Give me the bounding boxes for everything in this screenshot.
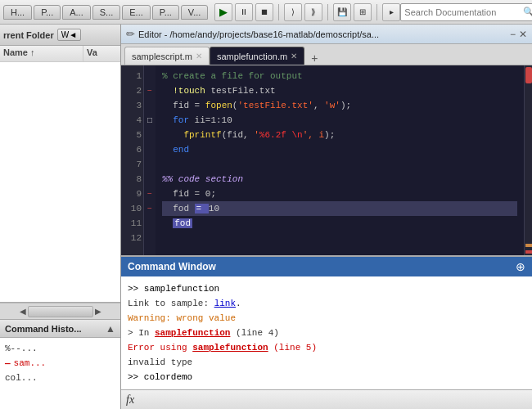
code-line-8: %% code section — [162, 172, 517, 187]
scrollbar-thumb — [525, 67, 532, 83]
editor-section: ✏ Editor - /home/andy/projects/base16-ma… — [121, 25, 532, 257]
folder-title: rrent Folder — [3, 30, 54, 40]
line-num-4: 4 — [123, 113, 142, 128]
top-toolbar: H... P... A... S... E... P... V... ▶ ⏸ ⏹… — [0, 0, 532, 25]
cw-prompt-1: >> samplefunction — [128, 284, 219, 294]
cw-line-1: >> samplefunction — [128, 281, 525, 296]
cmd-history-menu-icon[interactable]: ▲ — [106, 323, 115, 335]
editor-pencil-icon: ✏ — [126, 28, 135, 40]
cmd-window-body[interactable]: >> samplefunction Link to sample: link. … — [121, 276, 532, 389]
toolbar-tab-v[interactable]: V... — [181, 5, 209, 20]
search-box[interactable]: 🔍 — [400, 3, 532, 21]
save-button[interactable]: 💾 — [333, 3, 351, 21]
cw-line-2: Link to sample: link. — [128, 296, 525, 311]
cw-invalid-type-text: invalid type — [128, 357, 192, 367]
toolbar-tab-e[interactable]: E... — [122, 5, 151, 20]
editor-body: 1 2 3 4 5 6 7 8 9 10 11 12 − — [121, 65, 532, 255]
scroll-left-arrow[interactable]: ◀ — [20, 307, 26, 316]
cmd-history-item[interactable]: %--... — [5, 341, 115, 356]
file-col-val-header: Va — [83, 46, 120, 61]
cw-line-7: >> colordemo — [128, 370, 525, 384]
line-num-1: 1 — [123, 69, 142, 83]
cw-error-using-text: Error using — [128, 343, 192, 353]
editor-minimize-icon[interactable]: − — [510, 29, 516, 40]
cw-sample-link[interactable]: link — [214, 299, 236, 308]
cw-line-4: > In samplefunction (line 4) — [128, 326, 525, 340]
code-line-2: !touch testFile.txt — [162, 83, 517, 98]
tab-add-button[interactable]: + — [308, 52, 321, 65]
marker-8 — [144, 172, 156, 187]
stop-button[interactable]: ⏹ — [255, 3, 273, 21]
editor-tab-samplescript-close[interactable]: ✕ — [196, 52, 202, 61]
marker-3 — [144, 98, 156, 113]
cw-line-3: Warning: wrong value — [128, 311, 525, 326]
cmd-history-item-col[interactable]: col... — [5, 371, 115, 385]
left-panel: rrent Folder W◄ Name ↑ Va ◀ ▶ Command Hi… — [0, 25, 121, 409]
line-num-11: 11 — [123, 216, 142, 231]
toolbar-tab-h[interactable]: H... — [3, 5, 32, 20]
play-button[interactable]: ▶ — [214, 3, 232, 21]
cw-line-6: invalid type — [128, 355, 525, 370]
code-line-7 — [162, 157, 517, 172]
folder-toggle-button[interactable]: W◄ — [57, 29, 81, 41]
code-line-1: % create a file for output — [162, 69, 517, 83]
line-num-2: 2 — [123, 83, 142, 98]
cw-samplefunction-link-2[interactable]: samplefunction — [192, 343, 268, 353]
editor-tab-samplefunction-label: samplefunction.m — [217, 52, 287, 61]
grid-button[interactable]: ⊞ — [354, 3, 372, 21]
scroll-thumb[interactable] — [28, 306, 93, 317]
line-num-6: 6 — [123, 142, 142, 157]
editor-tab-samplefunction-close[interactable]: ✕ — [291, 52, 297, 61]
cmd-window-expand-icon[interactable]: ⊕ — [516, 260, 525, 273]
search-icon: 🔍 — [523, 7, 532, 17]
cmd-window-footer: fx — [121, 389, 532, 409]
line-num-3: 3 — [123, 98, 142, 113]
editor-scrollbar[interactable] — [524, 65, 532, 255]
scroll-area: ◀ ▶ — [0, 303, 120, 319]
marker-1 — [144, 69, 156, 83]
editor-tab-samplescript[interactable]: samplescript.m ✕ — [124, 47, 210, 65]
step-button[interactable]: ⟩ — [284, 3, 302, 21]
cw-line4-text: (line 4) — [230, 328, 278, 338]
line-markers: − □ − − — [144, 65, 156, 255]
toolbar-tab-p2[interactable]: P... — [152, 5, 179, 20]
cmd-window-header: Command Window ⊕ — [121, 257, 532, 276]
toolbar-tab-p[interactable]: P... — [34, 5, 61, 20]
folder-header: rrent Folder W◄ — [0, 25, 120, 46]
continue-button[interactable]: ⟫ — [304, 3, 322, 21]
cw-in-text: > In — [128, 328, 155, 338]
editor-tab-samplefunction[interactable]: samplefunction.m ✕ — [210, 47, 304, 65]
cw-samplefunction-link-1[interactable]: samplefunction — [155, 328, 230, 338]
editor-close-icon[interactable]: ✕ — [519, 29, 527, 40]
toolbar-tab-a[interactable]: A... — [62, 5, 91, 20]
code-line-4: for ii=1:10 — [162, 113, 517, 128]
code-line-6: end — [162, 142, 517, 157]
pause-button[interactable]: ⏸ — [235, 3, 253, 21]
file-browser: Name ↑ Va — [0, 46, 120, 303]
marker-9: − — [144, 187, 156, 201]
cmd-history-list: %--... — sam... col... — [0, 338, 120, 389]
more-button[interactable]: ▸ — [382, 3, 400, 21]
code-area[interactable]: % create a file for output !touch testFi… — [156, 65, 524, 255]
line-numbers: 1 2 3 4 5 6 7 8 9 10 11 12 — [121, 65, 144, 255]
red-dash-icon: — — [5, 356, 11, 371]
cmd-window-title: Command Window — [128, 261, 216, 272]
line-num-9: 9 — [123, 187, 142, 201]
fx-symbol: fx — [126, 393, 134, 407]
cw-warning-text: Warning: wrong value — [128, 313, 236, 323]
toolbar-icons: ▶ ⏸ ⏹ ⟩ ⟫ 💾 ⊞ ▸ — [214, 3, 400, 21]
line-num-8: 8 — [123, 172, 142, 187]
line-num-5: 5 — [123, 128, 142, 142]
cmd-history-item-red[interactable]: — sam... — [5, 356, 115, 371]
toolbar-tab-s[interactable]: S... — [92, 5, 121, 20]
main-layout: rrent Folder W◄ Name ↑ Va ◀ ▶ Command Hi… — [0, 25, 532, 409]
file-col-name-header: Name ↑ — [0, 46, 83, 61]
file-browser-header: Name ↑ Va — [0, 46, 120, 62]
scroll-right-arrow[interactable]: ▶ — [95, 307, 101, 316]
search-input[interactable] — [404, 7, 523, 17]
toolbar-tabs: H... P... A... S... E... P... V... — [3, 5, 208, 20]
cmd-history-item-red-text: sam... — [14, 356, 47, 371]
marker-5 — [144, 128, 156, 142]
editor-title: Editor - /home/andy/projects/base16-matl… — [138, 29, 507, 39]
editor-titlebar: ✏ Editor - /home/andy/projects/base16-ma… — [121, 25, 532, 44]
